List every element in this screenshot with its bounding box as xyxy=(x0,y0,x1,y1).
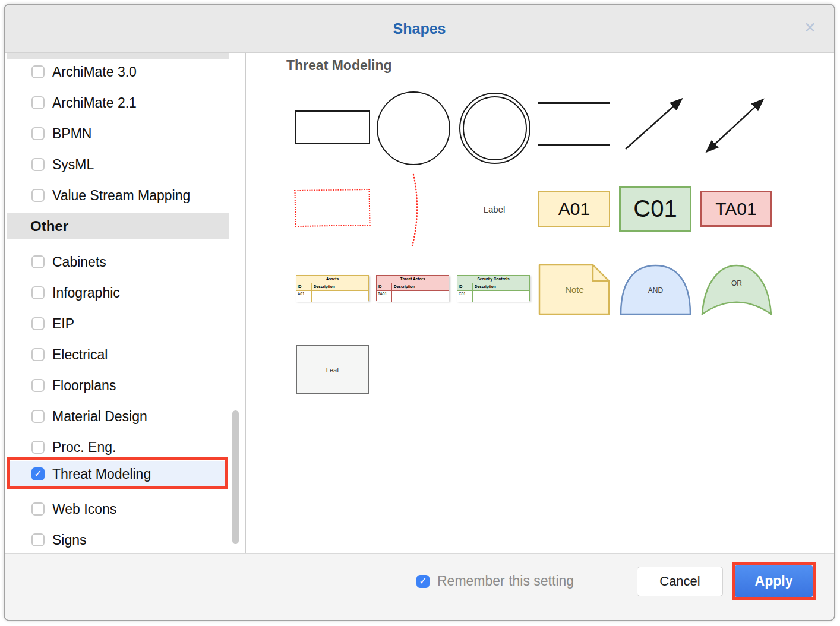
leaf-shape: Leaf xyxy=(296,345,369,394)
table-cell-id: A01 xyxy=(296,291,312,302)
highlight-annotation-apply: Apply xyxy=(732,562,816,600)
sidebar-item-proc-eng[interactable]: Proc. Eng. xyxy=(5,432,230,463)
checkbox-unchecked[interactable] xyxy=(31,96,45,109)
checkbox-checked[interactable]: ✓ xyxy=(31,467,45,480)
table-header-id: ID xyxy=(457,283,473,290)
sidebar-item-label: Signs xyxy=(52,532,87,548)
table-header-description: Description xyxy=(392,283,449,290)
data-flow-arrow-shapes xyxy=(617,91,772,157)
sidebar-item-eip[interactable]: EIP xyxy=(5,308,230,339)
section-header-other: Other xyxy=(7,213,229,239)
sidebar-item-label: SysML xyxy=(52,157,94,173)
shapes-dialog: Shapes ✕ ArchiMate 3.0 ArchiMate 2.1 BPM… xyxy=(4,4,835,621)
checkbox-unchecked[interactable] xyxy=(31,158,45,171)
threat-actor-badge-shape: TA01 xyxy=(700,191,772,227)
data-store-bottom-line xyxy=(538,144,610,146)
remember-setting-control[interactable]: ✓ Remember this setting xyxy=(416,573,574,589)
sidebar-item-label: ArchiMate 3.0 xyxy=(52,64,137,80)
sidebar-item-value-stream-mapping[interactable]: Value Stream Mapping xyxy=(5,180,230,211)
checkbox-unchecked[interactable] xyxy=(31,348,45,361)
sidebar-item-label: Web Icons xyxy=(52,501,116,517)
shape-library-list: ArchiMate 3.0 ArchiMate 2.1 BPMN SysML V… xyxy=(5,53,245,556)
sidebar-item-label: Cabinets xyxy=(52,254,106,270)
dialog-titlebar: Shapes ✕ xyxy=(5,5,834,53)
table-title: Assets xyxy=(296,276,368,283)
and-gate-shape xyxy=(620,264,691,315)
dialog-body: ArchiMate 3.0 ArchiMate 2.1 BPMN SysML V… xyxy=(5,53,834,556)
sidebar-item-floorplans[interactable]: Floorplans xyxy=(5,370,230,401)
sidebar-item-archimate-2[interactable]: ArchiMate 2.1 xyxy=(5,87,230,118)
external-entity-rectangle-shape xyxy=(295,110,370,144)
sidebar-item-label: EIP xyxy=(52,316,74,332)
sidebar-item-label: Material Design xyxy=(52,409,147,425)
sidebar-item-electrical[interactable]: Electrical xyxy=(5,339,230,370)
security-controls-table-shape: Security Controls ID Description C01 xyxy=(457,275,530,301)
checkbox-unchecked[interactable] xyxy=(31,65,45,78)
table-header-description: Description xyxy=(473,283,529,290)
sidebar-item-label: Threat Modeling xyxy=(52,466,151,482)
sidebar-item-sysml[interactable]: SysML xyxy=(5,149,230,180)
checkbox-unchecked[interactable] xyxy=(31,317,45,330)
table-cell-description xyxy=(392,291,449,302)
table-cell-id: TA01 xyxy=(377,291,392,302)
close-icon[interactable]: ✕ xyxy=(804,5,816,50)
control-badge-shape: C01 xyxy=(619,186,691,232)
sidebar-item-material-design[interactable]: Material Design xyxy=(5,401,230,432)
apply-button[interactable]: Apply xyxy=(735,565,813,597)
checkbox-unchecked[interactable] xyxy=(31,189,45,202)
table-header-id: ID xyxy=(296,283,312,290)
preview-title: Threat Modeling xyxy=(286,58,392,74)
checkbox-unchecked[interactable] xyxy=(31,255,45,268)
checkbox-unchecked[interactable] xyxy=(31,127,45,140)
checkbox-checked[interactable]: ✓ xyxy=(416,575,430,588)
table-header-description: Description xyxy=(312,283,368,290)
process-circle-shape xyxy=(377,91,450,165)
sidebar-item-signs[interactable]: Signs xyxy=(5,524,230,555)
asset-badge-shape: A01 xyxy=(538,191,610,227)
sidebar-item-threat-modeling-selected[interactable]: ✓ Threat Modeling xyxy=(10,461,225,487)
table-title: Security Controls xyxy=(457,276,529,283)
cancel-button[interactable]: Cancel xyxy=(637,567,723,596)
sidebar-item-bpmn[interactable]: BPMN xyxy=(5,118,230,149)
sidebar-item-infographic[interactable]: Infographic xyxy=(5,277,230,308)
dialog-footer: ✓ Remember this setting Cancel Apply xyxy=(5,553,834,620)
checkbox-unchecked[interactable] xyxy=(31,379,45,392)
checkbox-unchecked[interactable] xyxy=(31,286,45,299)
trust-boundary-dashed-rectangle xyxy=(294,189,370,227)
sidebar-item-web-icons[interactable]: Web Icons xyxy=(5,494,230,524)
sidebar-item-label: Floorplans xyxy=(52,378,116,394)
multi-process-double-circle-shape xyxy=(459,93,530,164)
checkbox-unchecked[interactable] xyxy=(31,441,45,454)
assets-table-shape: Assets ID Description A01 xyxy=(296,275,369,301)
or-gate-shape xyxy=(700,264,773,315)
sidebar-item-label: BPMN xyxy=(52,126,91,142)
bidirectional-flow-arrow xyxy=(708,100,762,151)
shape-preview-panel: Threat Modeling xyxy=(246,53,834,556)
sidebar-item-label: Electrical xyxy=(52,347,108,363)
note-shape xyxy=(538,264,611,315)
table-title: Threat Actors xyxy=(377,276,449,283)
label-shape: Label xyxy=(475,203,513,216)
table-cell-description xyxy=(312,291,368,302)
table-header-id: ID xyxy=(377,283,392,290)
double-circle-inner-ring xyxy=(463,96,527,160)
sidebar-item-archimate-3[interactable]: ArchiMate 3.0 xyxy=(5,56,230,87)
table-cell-description xyxy=(473,291,529,302)
threat-actors-table-shape: Threat Actors ID Description TA01 xyxy=(376,275,449,301)
sidebar-item-label: Value Stream Mapping xyxy=(52,188,190,204)
trust-boundary-arc xyxy=(405,169,429,252)
checkbox-unchecked[interactable] xyxy=(31,410,45,423)
sidebar-item-label: Infographic xyxy=(52,285,120,301)
sidebar-item-cabinets[interactable]: Cabinets xyxy=(5,246,230,277)
table-cell-id: C01 xyxy=(457,291,473,302)
sidebar-item-label: Proc. Eng. xyxy=(52,440,116,456)
checkbox-unchecked[interactable] xyxy=(31,502,45,516)
data-store-top-line xyxy=(538,102,610,104)
remember-setting-label: Remember this setting xyxy=(437,573,574,589)
checkbox-unchecked[interactable] xyxy=(31,533,45,546)
data-flow-arrow xyxy=(626,100,681,149)
sidebar-scrollbar-thumb[interactable] xyxy=(232,410,239,544)
dialog-title: Shapes xyxy=(5,5,834,52)
sidebar-item-label: ArchiMate 2.1 xyxy=(52,95,137,111)
